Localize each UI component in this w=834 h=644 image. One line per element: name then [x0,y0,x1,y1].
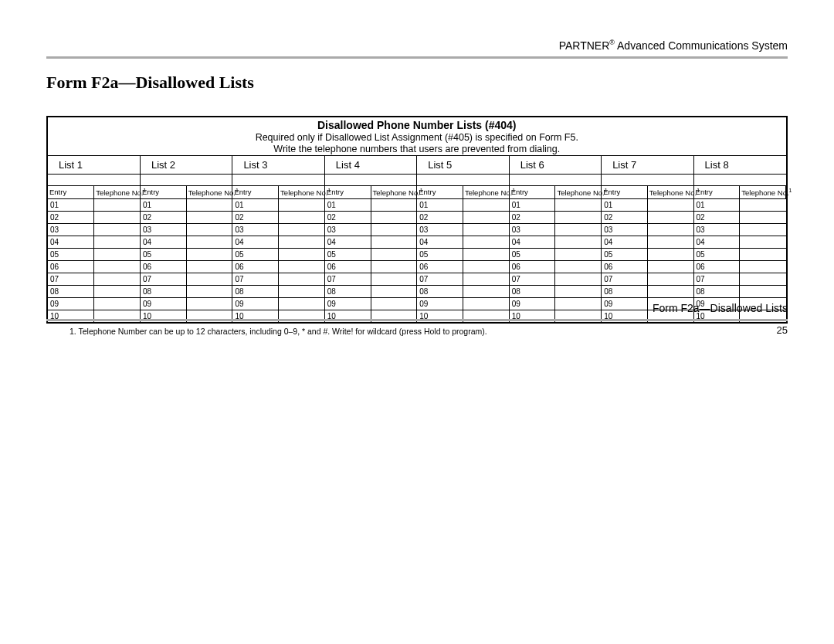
col-entry: Entry [232,185,279,198]
col-entry: Entry [140,185,186,198]
telephone-cell [279,273,325,285]
telephone-cell [647,236,693,248]
telephone-cell [279,223,325,236]
telephone-cell [94,198,141,211]
col-entry: Entry [417,185,463,198]
entry-cell: 03 [509,223,555,236]
entry-cell: 06 [48,260,94,273]
telephone-cell [94,285,141,297]
telephone-cell [740,223,786,236]
table-row: 0505050505050505 [48,248,786,260]
entry-cell: 06 [140,260,186,273]
telephone-cell [463,236,509,248]
spacer-cell [417,174,509,185]
entry-cell: 05 [417,248,463,260]
entry-cell: 05 [140,248,186,260]
col-entry: Entry [602,185,648,198]
spacer-cell [602,174,693,185]
list-header: List 5 [417,155,509,174]
entry-cell: 02 [693,211,740,223]
entry-cell: 05 [232,248,279,260]
telephone-cell [647,198,693,211]
table-row: 0101010101010101 [48,198,786,211]
bottom-divider [46,319,788,321]
telephone-cell [740,211,786,223]
entry-cell: 08 [602,285,648,297]
entry-cell: 03 [232,223,279,236]
telephone-cell [279,211,325,223]
col-telephone: Telephone No.1 [555,185,602,198]
col-telephone: Telephone No.1 [463,185,509,198]
entry-cell: 06 [693,260,740,273]
telephone-cell [371,211,417,223]
telephone-cell [94,236,141,248]
list-header: List 4 [324,155,416,174]
telephone-cell [740,248,786,260]
entry-cell: 04 [232,236,279,248]
table-row: 0808080808080808 [48,285,786,297]
spacer-cell [324,174,416,185]
telephone-cell [463,211,509,223]
telephone-cell [740,198,786,211]
spacer-cell [232,174,324,185]
entry-cell: 04 [324,236,371,248]
entry-cell: 02 [48,211,94,223]
entry-cell: 08 [324,285,371,297]
telephone-cell [279,285,325,297]
telephone-cell [647,285,693,297]
col-entry: Entry [509,185,555,198]
telephone-cell [463,285,509,297]
entry-cell: 08 [417,285,463,297]
system-name: Advanced Communications System [615,39,788,52]
entry-cell: 01 [602,198,648,211]
entry-cell: 01 [417,198,463,211]
entry-cell: 08 [48,285,94,297]
entry-cell: 07 [693,273,740,285]
telephone-cell [371,248,417,260]
telephone-cell [555,273,602,285]
list-header: List 1 [48,155,140,174]
entry-cell: 05 [602,248,648,260]
telephone-cell [94,248,141,260]
entry-cell: 01 [324,198,371,211]
entry-cell: 01 [232,198,279,211]
table-sub1: Required only if Disallowed List Assignm… [48,132,786,144]
entry-cell: 04 [417,236,463,248]
spacer-cell [509,174,601,185]
top-divider [46,56,788,59]
telephone-cell [186,223,232,236]
telephone-cell [463,198,509,211]
list-header: List 8 [693,155,785,174]
telephone-cell [371,236,417,248]
table-title: Disallowed Phone Number Lists (#404) [48,117,786,132]
entry-cell: 05 [48,248,94,260]
telephone-cell [186,260,232,273]
telephone-cell [647,248,693,260]
entry-cell: 04 [602,236,648,248]
telephone-cell [279,236,325,248]
list-header: List 6 [509,155,601,174]
telephone-cell [279,198,325,211]
table-row: 0707070707070707 [48,273,786,285]
entry-cell: 07 [509,273,555,285]
entry-cell: 02 [602,211,648,223]
entry-cell: 08 [232,285,279,297]
doc-header: PARTNER® Advanced Communications System [46,39,788,52]
col-telephone: Telephone No.1 [94,185,141,198]
registered-mark: ® [609,39,615,46]
telephone-cell [740,285,786,297]
entry-cell: 07 [324,273,371,285]
entry-cell: 03 [324,223,371,236]
entry-cell: 01 [140,198,186,211]
entry-cell: 02 [232,211,279,223]
table-row: 0303030303030303 [48,223,786,236]
telephone-cell [186,236,232,248]
table-sub2: Write the telephone numbers that users a… [48,144,786,156]
telephone-cell [555,236,602,248]
entry-cell: 05 [693,248,740,260]
entry-cell: 07 [602,273,648,285]
telephone-cell [555,223,602,236]
entry-cell: 02 [324,211,371,223]
entry-cell: 07 [232,273,279,285]
entry-cell: 04 [48,236,94,248]
